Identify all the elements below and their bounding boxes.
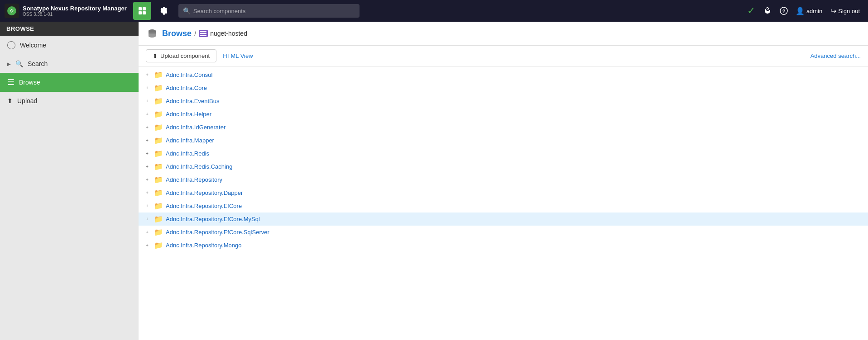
search-input[interactable] — [193, 8, 355, 14]
tree-item[interactable]: + 📁 Adnc.Infra.Repository.EfCore.SqlServ… — [139, 226, 868, 239]
tree-item[interactable]: + 📁 Adnc.Infra.Redis — [139, 147, 868, 160]
tree-item[interactable]: + 📁 Adnc.Infra.Consul — [139, 68, 868, 81]
tree-item-label: Adnc.Infra.EventBus — [166, 98, 220, 104]
tree-item[interactable]: + 📁 Adnc.Infra.Repository — [139, 173, 868, 186]
search-icon-sidebar: 🔍 — [15, 60, 23, 67]
upload-btn-label: Upload component — [160, 52, 210, 59]
folder-icon: 📁 — [154, 202, 163, 210]
tree-item[interactable]: + 📁 Adnc.Infra.Repository.EfCore.MySql — [139, 212, 868, 226]
expand-icon: + — [146, 177, 151, 182]
folder-icon: 📁 — [154, 189, 163, 197]
search-expand-arrow: ▶ — [7, 61, 11, 66]
tree-item[interactable]: + 📁 Adnc.Infra.Repository.Dapper — [139, 186, 868, 199]
tree-item[interactable]: + 📁 Adnc.Infra.EventBus — [139, 94, 868, 108]
sidebar-item-browse[interactable]: ☰ Browse — [0, 73, 139, 92]
refresh-icon[interactable] — [760, 4, 775, 18]
search-icon: 🔍 — [183, 7, 191, 14]
folder-icon: 📁 — [154, 136, 163, 145]
svg-text:?: ? — [782, 9, 786, 14]
tree-item[interactable]: + 📁 Adnc.Infra.Redis.Caching — [139, 160, 868, 173]
expand-icon: + — [146, 112, 151, 117]
tree-item[interactable]: + 📁 Adnc.Infra.IdGenerater — [139, 121, 868, 134]
tree-item[interactable]: + 📁 Adnc.Infra.Repository.EfCore — [139, 199, 868, 212]
expand-icon: + — [146, 203, 151, 208]
db-icon — [146, 27, 158, 40]
user-menu[interactable]: 👤 admin — [793, 5, 825, 17]
content-area: Browse / nuget-hosted ⬆ U — [139, 22, 868, 340]
expand-icon: + — [146, 85, 151, 90]
expand-icon: + — [146, 125, 151, 130]
sidebar-label-upload: Upload — [17, 97, 37, 104]
tree-item-label: Adnc.Infra.Core — [166, 85, 207, 91]
expand-icon: + — [146, 151, 151, 156]
admin-label: admin — [806, 8, 822, 14]
tree-item[interactable]: + 📁 Adnc.Infra.Mapper — [139, 134, 868, 147]
sidebar-label-browse: Browse — [19, 79, 40, 86]
upload-btn-icon: ⬆ — [153, 52, 158, 59]
svg-rect-3 — [143, 7, 146, 10]
sidebar: Browse Welcome ▶ 🔍 Search ☰ Browse ⬆ Upl… — [0, 22, 139, 340]
folder-icon: 📁 — [154, 149, 163, 158]
breadcrumb-repo-name: nuget-hosted — [210, 30, 247, 37]
folder-icon: 📁 — [154, 162, 163, 171]
tree-item-label: Adnc.Infra.Repository.EfCore.SqlServer — [166, 229, 269, 236]
settings-nav-btn[interactable] — [155, 2, 173, 20]
svg-rect-10 — [200, 33, 206, 34]
content-header: Browse / nuget-hosted — [139, 22, 868, 46]
app-version: OSS 3.38.1-01 — [23, 12, 127, 17]
tree-item-label: Adnc.Infra.Helper — [166, 111, 211, 118]
folder-icon: 📁 — [154, 215, 163, 223]
tree-item-label: Adnc.Infra.Redis.Caching — [166, 163, 232, 170]
upload-component-btn[interactable]: ⬆ Upload component — [146, 49, 216, 62]
folder-icon: 📁 — [154, 97, 163, 105]
expand-icon: + — [146, 243, 151, 248]
navbar-right: ✓ ? 👤 admin ↪ Sign out — [744, 4, 863, 18]
signout-label: Sign out — [838, 8, 860, 14]
expand-icon: + — [146, 138, 151, 143]
folder-icon: 📁 — [154, 123, 163, 132]
folder-icon: 📁 — [154, 175, 163, 184]
tree-item-label: Adnc.Infra.Repository.EfCore — [166, 203, 242, 209]
svg-rect-4 — [139, 11, 142, 14]
tree-item[interactable]: + 📁 Adnc.Infra.Core — [139, 81, 868, 94]
tree-item-label: Adnc.Infra.Consul — [166, 71, 212, 78]
html-view-btn[interactable]: HTML View — [222, 50, 254, 62]
repo-icon — [199, 30, 208, 37]
folder-icon: 📁 — [154, 84, 163, 92]
brand-text: Sonatype Nexus Repository Manager OSS 3.… — [23, 5, 127, 17]
breadcrumb-current: nuget-hosted — [199, 30, 247, 37]
sidebar-label-welcome: Welcome — [20, 42, 46, 49]
file-tree: + 📁 Adnc.Infra.Consul + 📁 Adnc.Infra.Cor… — [139, 66, 868, 340]
status-ok-icon: ✓ — [744, 4, 758, 18]
advanced-search-link[interactable]: Advanced search... — [810, 52, 861, 59]
signout-icon: ↪ — [830, 7, 836, 15]
tree-item[interactable]: + 📁 Adnc.Infra.Repository.Mongo — [139, 239, 868, 252]
tree-item-label: Adnc.Infra.Repository.Dapper — [166, 189, 243, 196]
signout-btn[interactable]: ↪ Sign out — [827, 5, 863, 17]
tree-item-label: Adnc.Infra.Repository.EfCore.MySql — [166, 216, 260, 222]
folder-icon: 📁 — [154, 110, 163, 118]
expand-icon: + — [146, 217, 151, 222]
svg-point-1 — [11, 10, 13, 12]
user-icon: 👤 — [796, 7, 805, 15]
folder-icon: 📁 — [154, 71, 163, 79]
tree-item-label: Adnc.Infra.Mapper — [166, 137, 214, 144]
expand-icon: + — [146, 190, 151, 195]
navbar: Sonatype Nexus Repository Manager OSS 3.… — [0, 0, 868, 22]
help-icon[interactable]: ? — [777, 4, 791, 18]
svg-rect-2 — [139, 7, 142, 10]
breadcrumb-browse[interactable]: Browse — [162, 29, 192, 38]
sidebar-item-upload[interactable]: ⬆ Upload — [0, 92, 139, 110]
tree-item-label: Adnc.Infra.IdGenerater — [166, 124, 225, 131]
app-title: Sonatype Nexus Repository Manager — [23, 5, 127, 12]
sidebar-item-welcome[interactable]: Welcome — [0, 36, 139, 55]
expand-icon: + — [146, 230, 151, 235]
svg-rect-9 — [200, 31, 206, 32]
breadcrumb-separator: / — [194, 30, 196, 38]
tree-item-label: Adnc.Infra.Repository.Mongo — [166, 242, 241, 249]
browse-nav-btn[interactable] — [133, 2, 151, 20]
sidebar-item-search[interactable]: ▶ 🔍 Search — [0, 55, 139, 73]
breadcrumb: Browse / nuget-hosted — [162, 29, 247, 38]
upload-icon: ⬆ — [7, 97, 13, 104]
tree-item[interactable]: + 📁 Adnc.Infra.Helper — [139, 108, 868, 121]
